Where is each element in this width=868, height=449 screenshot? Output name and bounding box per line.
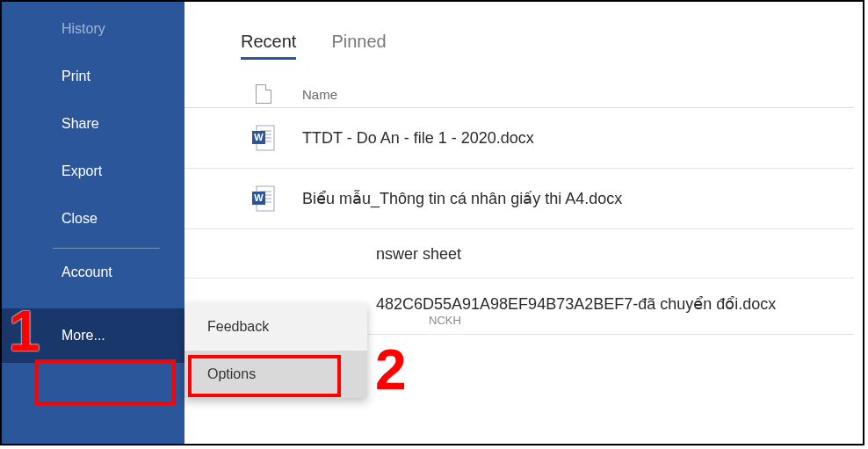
sidebar-item-print[interactable]: Print [2,53,184,100]
file-list-header: Name [184,60,854,108]
sidebar-item-close[interactable]: Close [2,195,184,243]
file-row[interactable]: W Biểu mẫu_Thông tin cá nhân giấy thi A4… [184,169,854,229]
file-name-fragment: nswer sheet [376,245,461,264]
file-name-fragment: 482C6D55A91A98EF94B73A2BEF7-đã chuyển đổ… [376,294,776,314]
tab-pinned[interactable]: Pinned [331,32,386,60]
svg-text:W: W [254,192,264,203]
flyout-item-options[interactable]: Options [184,351,367,398]
flyout-item-feedback[interactable]: Feedback [184,303,367,351]
file-name: Biểu mẫu_Thông tin cá nhân giấy thi A4.d… [302,189,622,208]
file-row[interactable]: nswer sheet [184,229,854,271]
tab-strip: Recent Pinned [184,2,863,60]
word-file-icon: W [251,124,276,152]
svg-text:W: W [254,132,264,142]
file-name: TTDT - Do An - file 1 - 2020.docx [302,129,534,148]
sidebar-item-history[interactable]: History [2,2,184,53]
sidebar-item-more[interactable]: More... [2,308,184,363]
sidebar-item-account[interactable]: Account [2,249,184,296]
sidebar-item-share[interactable]: Share [2,100,184,148]
header-name-label: Name [302,87,337,102]
file-row[interactable]: W TTDT - Do An - file 1 - 2020.docx [184,108,854,169]
app-frame: History Print Share Export Close Account… [0,0,864,445]
sidebar-item-export[interactable]: Export [2,148,184,195]
page-icon [256,84,271,104]
tab-recent[interactable]: Recent [241,32,296,60]
backstage-sidebar: History Print Share Export Close Account… [2,2,184,444]
more-flyout-menu: Feedback Options [184,303,367,398]
word-file-icon: W [251,185,276,213]
header-file-icon [251,84,276,104]
